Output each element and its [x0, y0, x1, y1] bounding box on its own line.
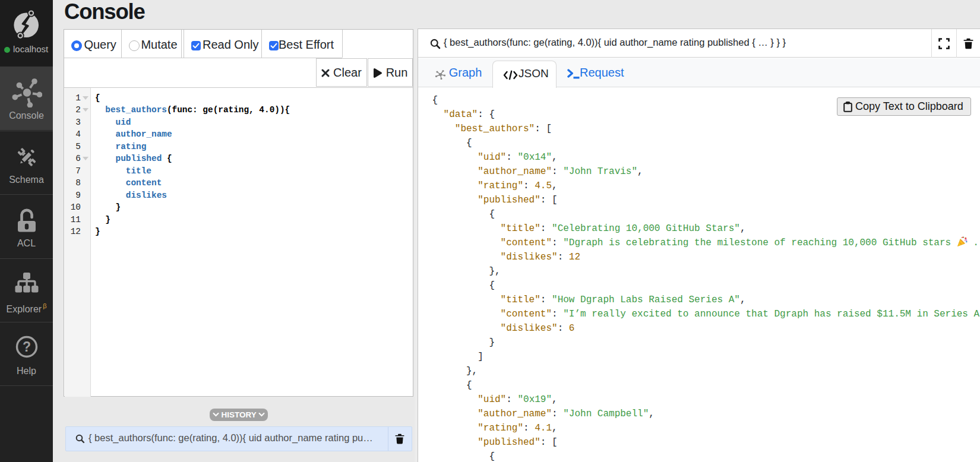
svg-text:?: ?: [22, 339, 30, 355]
